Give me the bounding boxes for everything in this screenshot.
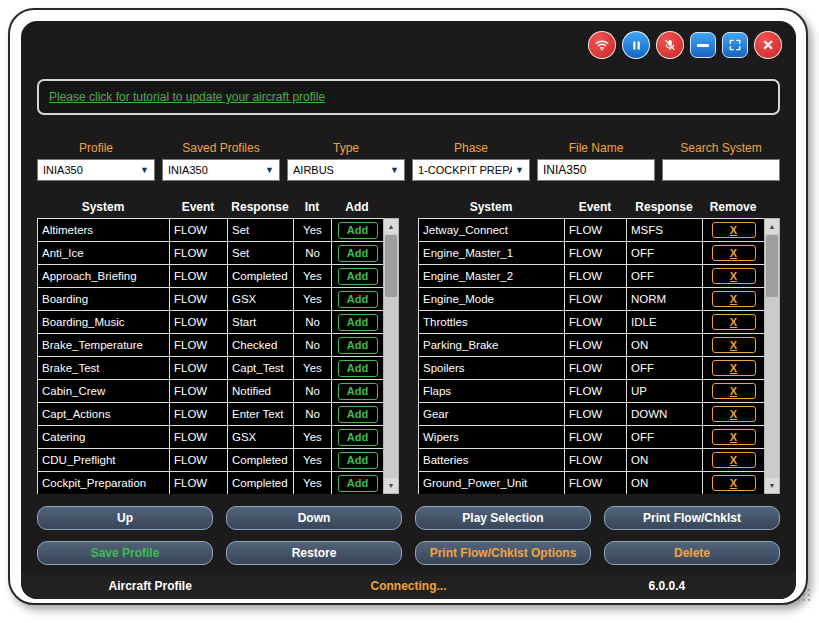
left-table-scrollbar[interactable]: ▲ ▼: [383, 218, 399, 494]
form-labels: Profile Saved Profiles Type Phase File N…: [37, 141, 780, 155]
table-row[interactable]: WipersFLOWOFFX: [419, 426, 764, 449]
add-button[interactable]: Add: [338, 337, 378, 354]
system-cell: CDU_Preflight: [38, 449, 170, 472]
type-select[interactable]: AIRBUS ▼: [287, 159, 405, 181]
tutorial-link[interactable]: Please click for tutorial to update your…: [49, 90, 325, 104]
add-button[interactable]: Add: [338, 222, 378, 239]
table-row[interactable]: Engine_Master_1FLOWOFFX: [419, 242, 764, 265]
table-row[interactable]: GearFLOWDOWNX: [419, 403, 764, 426]
right-table-scrollbar[interactable]: ▲ ▼: [764, 218, 780, 494]
table-row[interactable]: AltimetersFLOWSetYesAdd: [38, 219, 383, 242]
mic-mute-button[interactable]: [656, 31, 684, 59]
add-cell: Add: [332, 288, 383, 311]
minimize-button[interactable]: [690, 32, 716, 58]
maximize-button[interactable]: [722, 32, 748, 58]
add-button[interactable]: Add: [338, 429, 378, 446]
system-cell: Jetway_Connect: [419, 219, 565, 242]
scroll-up-button[interactable]: ▲: [384, 219, 398, 234]
remove-button[interactable]: X: [712, 268, 756, 284]
scroll-track[interactable]: [384, 234, 398, 478]
down-button[interactable]: Down: [226, 506, 402, 530]
add-button[interactable]: Add: [338, 406, 378, 423]
remove-button[interactable]: X: [712, 383, 756, 399]
table-row[interactable]: Engine_ModeFLOWNORMX: [419, 288, 764, 311]
remove-cell: X: [703, 334, 764, 357]
remove-button[interactable]: X: [712, 429, 756, 445]
profile-select[interactable]: INIA350 ▼: [37, 159, 155, 181]
remove-button[interactable]: X: [712, 291, 756, 307]
phase-select[interactable]: 1-COCKPIT PREPAI ▼: [412, 159, 530, 181]
col-header-add: Add: [331, 196, 383, 218]
remove-button[interactable]: X: [712, 360, 756, 376]
system-cell: Flaps: [419, 380, 565, 403]
dropdown-arrow-icon: ▼: [265, 165, 274, 175]
table-row[interactable]: Cockpit_PreparationFLOWCompletedYesAdd: [38, 472, 383, 494]
add-button[interactable]: Add: [338, 452, 378, 469]
system-cell: Gear: [419, 403, 565, 426]
pause-button[interactable]: [622, 31, 650, 59]
add-button[interactable]: Add: [338, 291, 378, 308]
col-header-int: Int: [293, 196, 331, 218]
table-row[interactable]: Jetway_ConnectFLOWMSFSX: [419, 219, 764, 242]
table-row[interactable]: BoardingFLOWGSXYesAdd: [38, 288, 383, 311]
file-name-input[interactable]: [537, 159, 655, 181]
search-system-input[interactable]: [662, 159, 780, 181]
remove-button[interactable]: X: [712, 314, 756, 330]
saved-profiles-select[interactable]: INIA350 ▼: [162, 159, 280, 181]
table-row[interactable]: ThrottlesFLOWIDLEX: [419, 311, 764, 334]
add-button[interactable]: Add: [338, 475, 378, 492]
add-cell: Add: [332, 472, 383, 494]
remove-button[interactable]: X: [712, 406, 756, 422]
system-cell: Catering: [38, 426, 170, 449]
remove-cell: X: [703, 242, 764, 265]
table-row[interactable]: Brake_TemperatureFLOWCheckedNoAdd: [38, 334, 383, 357]
resize-grip[interactable]: [796, 589, 810, 603]
remove-button[interactable]: X: [712, 245, 756, 261]
remove-button[interactable]: X: [712, 337, 756, 353]
restore-button[interactable]: Restore: [226, 541, 402, 565]
save-profile-button[interactable]: Save Profile: [37, 541, 213, 565]
tutorial-banner: Please click for tutorial to update your…: [37, 79, 780, 115]
event-cell: FLOW: [565, 265, 627, 288]
table-row[interactable]: Ground_Power_UnitFLOWONX: [419, 472, 764, 494]
scroll-up-button[interactable]: ▲: [765, 219, 779, 234]
table-row[interactable]: Parking_BrakeFLOWONX: [419, 334, 764, 357]
event-cell: FLOW: [170, 311, 228, 334]
table-row[interactable]: CateringFLOWGSXYesAdd: [38, 426, 383, 449]
table-row[interactable]: Approach_BriefingFLOWCompletedYesAdd: [38, 265, 383, 288]
table-row[interactable]: Engine_Master_2FLOWOFFX: [419, 265, 764, 288]
table-row[interactable]: Boarding_MusicFLOWStartNoAdd: [38, 311, 383, 334]
add-button[interactable]: Add: [338, 268, 378, 285]
add-button[interactable]: Add: [338, 245, 378, 262]
window-controls: ✕: [588, 31, 782, 59]
col-header-response: Response: [626, 196, 702, 218]
tables-area: System Event Response Int Add Altimeters…: [37, 196, 780, 494]
delete-button[interactable]: Delete: [604, 541, 780, 565]
table-row[interactable]: BatteriesFLOWONX: [419, 449, 764, 472]
table-row[interactable]: SpoilersFLOWOFFX: [419, 357, 764, 380]
remove-button[interactable]: X: [712, 222, 756, 238]
print-flow-button[interactable]: Print Flow/Chklst: [604, 506, 780, 530]
scroll-track[interactable]: [765, 234, 779, 478]
play-selection-button[interactable]: Play Selection: [415, 506, 591, 530]
table-row[interactable]: CDU_PreflightFLOWCompletedYesAdd: [38, 449, 383, 472]
scroll-thumb[interactable]: [766, 235, 778, 297]
print-options-button[interactable]: Print Flow/Chklst Options: [415, 541, 591, 565]
add-button[interactable]: Add: [338, 314, 378, 331]
wifi-button[interactable]: [588, 31, 616, 59]
table-row[interactable]: Anti_IceFLOWSetNoAdd: [38, 242, 383, 265]
up-button[interactable]: Up: [37, 506, 213, 530]
scroll-down-button[interactable]: ▼: [384, 478, 398, 493]
scroll-down-button[interactable]: ▼: [765, 478, 779, 493]
table-row[interactable]: Cabin_CrewFLOWNotifiedNoAdd: [38, 380, 383, 403]
scroll-thumb[interactable]: [385, 235, 397, 297]
close-button[interactable]: ✕: [754, 31, 782, 59]
remove-button[interactable]: X: [712, 475, 756, 491]
table-row[interactable]: Brake_TestFLOWCapt_TestYesAdd: [38, 357, 383, 380]
table-row[interactable]: FlapsFLOWUPX: [419, 380, 764, 403]
add-button[interactable]: Add: [338, 360, 378, 377]
table-row[interactable]: Capt_ActionsFLOWEnter TextNoAdd: [38, 403, 383, 426]
add-cell: Add: [332, 380, 383, 403]
add-button[interactable]: Add: [338, 383, 378, 400]
remove-button[interactable]: X: [712, 452, 756, 468]
